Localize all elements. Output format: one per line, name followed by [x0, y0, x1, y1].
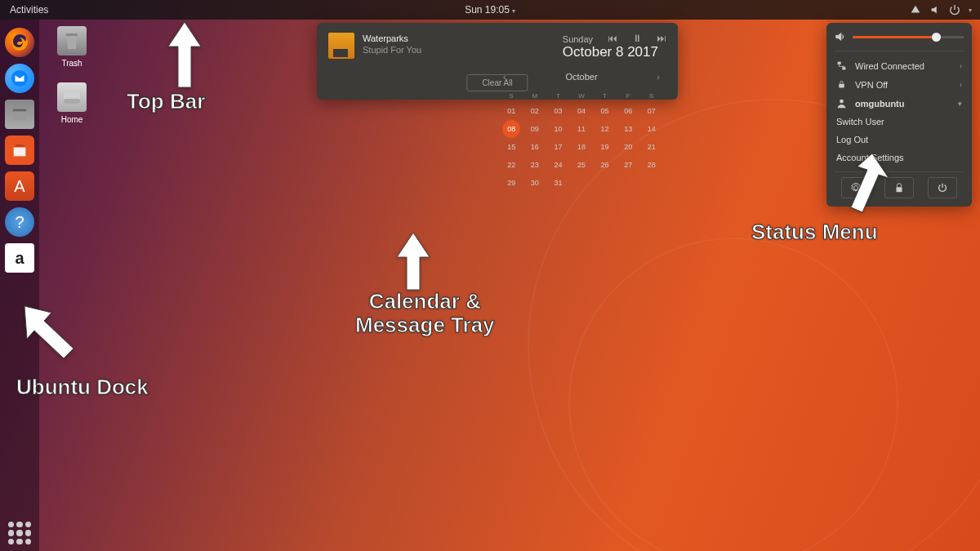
user-icon [836, 98, 847, 109]
network-wired-icon [836, 60, 847, 71]
desktop-icon-label: Trash [61, 59, 82, 68]
calendar-day[interactable]: 08 [502, 120, 520, 138]
album-art [328, 33, 354, 59]
annotation-arrow [389, 229, 438, 297]
svg-rect-8 [838, 62, 841, 64]
calendar-day[interactable]: 26 [593, 156, 617, 174]
dock-icon-help[interactable]: ? [5, 207, 34, 237]
menu-item-label: Wired Connected [855, 61, 924, 71]
calendar-day[interactable]: 15 [500, 138, 523, 156]
dock-icon-firefox[interactable] [5, 28, 34, 57]
separator [835, 51, 964, 51]
menu-item-wired[interactable]: Wired Connected › [835, 56, 964, 75]
calendar-dow: S [639, 90, 663, 102]
power-button[interactable] [928, 177, 957, 198]
calendar-message-tray: Waterparks Stupid For You ⏮ ⏸ ⏭ Sunday O… [317, 23, 678, 100]
calendar-day[interactable]: 09 [523, 120, 547, 138]
calendar-next-button[interactable]: › [653, 72, 663, 82]
svg-point-11 [840, 100, 844, 104]
svg-rect-9 [842, 67, 845, 69]
calendar-day[interactable]: 05 [593, 102, 617, 120]
svg-rect-7 [64, 99, 80, 104]
calendar-day[interactable]: 16 [523, 138, 547, 156]
chevron-down-icon: ▾ [969, 7, 972, 14]
calendar-day[interactable]: 10 [546, 120, 570, 138]
calendar-day[interactable]: 13 [617, 120, 640, 138]
calendar-day[interactable]: 14 [639, 120, 663, 138]
menu-item-logout[interactable]: Log Out [835, 131, 964, 149]
annotation-arrow [830, 147, 891, 224]
vpn-icon [836, 79, 847, 90]
calendar-day[interactable]: 29 [500, 174, 523, 192]
svg-rect-5 [66, 33, 78, 36]
calendar-day[interactable]: 30 [523, 174, 547, 192]
calendar-day[interactable]: 01 [500, 102, 523, 120]
calendar-day[interactable]: 21 [639, 138, 663, 156]
calendar-day[interactable]: 22 [500, 156, 523, 174]
chevron-right-icon: › [960, 62, 962, 70]
top-bar: Activities Sun 19:05 ▾ [0, 0, 980, 20]
svg-rect-3 [13, 112, 27, 120]
dock-icon-files[interactable] [5, 100, 34, 129]
drive-icon [57, 82, 87, 112]
volume-slider[interactable] [853, 36, 964, 38]
calendar-day[interactable]: 19 [593, 138, 617, 156]
ubuntu-dock: A ? a [0, 20, 39, 551]
menu-item-label: omgubuntu [855, 99, 904, 109]
calendar-dow: M [523, 90, 547, 102]
track-title: Waterparks [363, 33, 421, 44]
svg-rect-12 [896, 187, 902, 192]
calendar-day[interactable]: 25 [570, 156, 594, 174]
status-area[interactable]: ▾ [902, 4, 980, 16]
clear-all-button[interactable]: Clear All [466, 74, 528, 91]
calendar-dow: T [593, 90, 617, 102]
dock-icon-software[interactable] [5, 136, 34, 165]
date-dayofweek: Sunday [563, 34, 658, 44]
menu-item-vpn[interactable]: VPN Off › [835, 75, 964, 94]
volume-row[interactable] [835, 31, 964, 42]
dock-icon-thunderbird[interactable] [5, 64, 34, 93]
calendar-day[interactable]: 12 [593, 120, 617, 138]
svg-rect-10 [839, 84, 844, 88]
calendar-day[interactable]: 20 [617, 138, 640, 156]
calendar-day[interactable]: 06 [617, 102, 640, 120]
calendar-day[interactable]: 17 [546, 138, 570, 156]
calendar-day[interactable]: 02 [523, 102, 547, 120]
calendar-day[interactable]: 24 [546, 156, 570, 174]
dock-icon-amazon[interactable]: a [5, 243, 34, 273]
calendar-day[interactable]: 27 [617, 156, 640, 174]
volume-icon [929, 4, 941, 16]
menu-item-switch-user[interactable]: Switch User [835, 113, 964, 131]
activities-button[interactable]: Activities [0, 4, 58, 16]
desktop-icon-label: Home [61, 115, 83, 124]
calendar-dow: F [617, 90, 640, 102]
trash-icon [57, 26, 87, 56]
network-icon [910, 4, 921, 16]
power-icon [937, 182, 948, 193]
calendar-day[interactable]: 23 [523, 156, 547, 174]
calendar-day[interactable]: 11 [570, 120, 594, 138]
calendar-day[interactable]: 07 [639, 102, 663, 120]
menu-item-user[interactable]: omgubuntu ▾ [835, 94, 964, 113]
calendar-day[interactable]: 31 [546, 174, 570, 192]
menu-item-label: VPN Off [855, 80, 888, 90]
annotation-label-status: Status Menu [751, 220, 878, 244]
chevron-down-icon: ▾ [958, 100, 962, 108]
calendar-day[interactable]: 04 [570, 102, 594, 120]
desktop-icon-trash[interactable]: Trash [47, 26, 96, 68]
annotation-label-topbar: Top Bar [127, 90, 205, 113]
svg-rect-2 [13, 109, 27, 112]
annotation-arrow [15, 298, 80, 375]
dock-icon-ubuntu-software[interactable]: A [5, 171, 34, 201]
calendar-dow: T [546, 90, 570, 102]
calendar-month-label: October [565, 72, 597, 82]
desktop-icon-home[interactable]: Home [47, 82, 96, 124]
volume-icon [835, 31, 846, 42]
track-artist: Stupid For You [363, 44, 421, 56]
show-applications-button[interactable] [8, 522, 31, 544]
calendar-day[interactable]: 28 [639, 156, 663, 174]
lock-icon [893, 182, 905, 193]
calendar-day[interactable]: 03 [546, 102, 570, 120]
clock-button[interactable]: Sun 19:05 [465, 4, 515, 16]
calendar-day[interactable]: 18 [570, 138, 594, 156]
